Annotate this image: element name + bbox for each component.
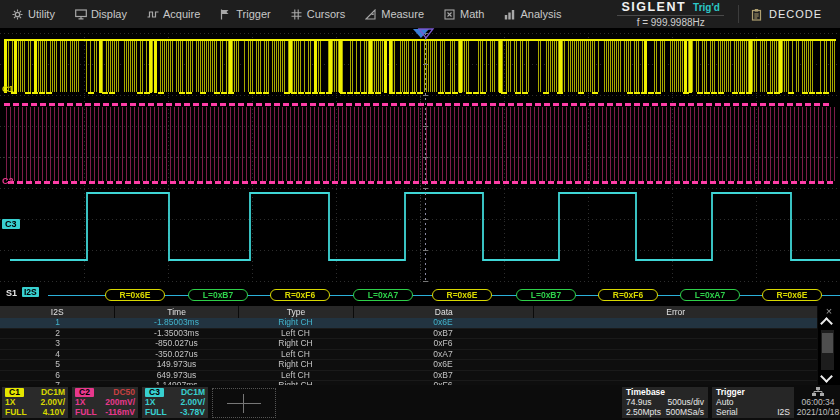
cell-data: 0x6E [353, 360, 533, 371]
flag-icon [220, 9, 231, 20]
memory-depth: 2.50Mpts [626, 407, 661, 417]
clock-panel: 06:00:34 2021/10/18 [798, 387, 838, 418]
column-header-type: Type [239, 306, 354, 318]
cell-type: Right CH [238, 360, 353, 371]
menu-item-label: Analysis [520, 8, 561, 20]
channel-badge: C1 [5, 388, 24, 397]
cell-error [533, 360, 817, 371]
table-side-controls: × [818, 306, 840, 385]
menu-item-acquire[interactable]: Acquire [147, 8, 200, 20]
menu-item-trigger[interactable]: Trigger [220, 8, 270, 20]
scroll-down-icon[interactable] [820, 370, 833, 383]
decode-bubble-right: R=0xF6 [270, 289, 330, 301]
cell-data: 0x6E [353, 318, 533, 329]
column-header-error: Error [534, 306, 818, 318]
scrollbar-thumb[interactable] [822, 333, 833, 353]
scrollbar-track[interactable] [821, 330, 834, 370]
decode-bubble-right: R=0x6E [762, 289, 822, 301]
column-header-time: Time [115, 306, 238, 318]
decode-bubble-right: R=0xF6 [598, 289, 658, 301]
decode-button[interactable]: DECODE [745, 0, 840, 28]
cell-type: Left CH [238, 371, 353, 382]
bottom-status-bar: C1DC1M1X2.00V/FULL4.10VC2DC501X200mV/FUL… [0, 385, 840, 420]
channel-label-c1[interactable]: C1 [2, 84, 14, 94]
decode-bubble-left: L=0xA7 [353, 289, 413, 301]
cell-i2s: 3 [0, 339, 115, 350]
trigger-mode: Auto [716, 397, 734, 407]
menu-item-cursors[interactable]: Cursors [291, 8, 346, 20]
column-header-i2s: I2S [0, 306, 115, 318]
table-row[interactable]: 3-850.027usRight CH0xF6 [0, 339, 818, 350]
close-table-icon[interactable]: × [820, 306, 838, 317]
table-row[interactable]: 6649.973usLeft CH0xB7 [0, 371, 818, 382]
menu-item-display[interactable]: Display [75, 8, 127, 20]
timebase-panel[interactable]: Timebase 74.9us500us/div 2.50Mpts500MSa/… [622, 387, 708, 418]
cursors-icon [291, 9, 302, 20]
channel-panel-c3[interactable]: C3DC1M1X2.00V/FULL-3.78V [142, 387, 208, 418]
channel-panel-c2[interactable]: C2DC501X200mV/FULL-116mV [72, 387, 138, 418]
table-row[interactable]: 2-1.35003msLeft CH0xB7 [0, 329, 818, 340]
top-menu-bar: UtilityDisplayAcquireTriggerCursorsMeasu… [0, 0, 840, 28]
channel-field: 1X [145, 397, 155, 407]
channel-coupling: DC1M [181, 387, 205, 397]
scroll-up-icon[interactable] [820, 317, 833, 330]
measure-icon [365, 9, 376, 20]
clock-time: 06:00:34 [801, 397, 834, 407]
channel-badge: C3 [145, 388, 164, 397]
cell-type: Left CH [238, 329, 353, 340]
cell-i2s: 1 [0, 318, 115, 329]
channel-field: 1X [75, 397, 85, 407]
menu-item-utility[interactable]: Utility [12, 8, 55, 20]
trigger-panel[interactable]: Trigger Auto SerialI2S [712, 387, 794, 418]
channel-field: 4.10V [43, 407, 65, 417]
bus-source-label: S1 [6, 288, 17, 298]
channel-badge: C2 [75, 388, 94, 397]
network-icon [812, 387, 824, 396]
table-row[interactable]: 4-350.027usLeft CH0xA7 [0, 350, 818, 361]
cell-i2s: 5 [0, 360, 115, 371]
gear-icon [12, 9, 23, 20]
timebase-title: Timebase [626, 387, 665, 397]
channel-label-c2[interactable]: C2 [2, 176, 14, 186]
channel-field: 2.00V/ [40, 397, 65, 407]
display-icon [75, 9, 86, 20]
decode-bus-strip: S1 I2S R=0x6EL=0xB7R=0xF6L=0xA7R=0x6EL=0… [0, 283, 840, 306]
cell-data: 0xB7 [353, 371, 533, 382]
analysis-icon [504, 9, 515, 20]
cell-i2s: 4 [0, 350, 115, 361]
channel-panel-c1[interactable]: C1DC1M1X2.00V/FULL4.10V [2, 387, 68, 418]
channel-coupling: DC50 [113, 387, 135, 397]
menu-item-analysis[interactable]: Analysis [504, 8, 561, 20]
trigger-status-badge: Trig'd [693, 2, 720, 13]
column-header-data: Data [354, 306, 534, 318]
main-menu: UtilityDisplayAcquireTriggerCursorsMeasu… [0, 8, 561, 20]
decode-clipboard-icon [751, 8, 762, 21]
trigger-type: Serial [716, 407, 738, 417]
decode-bubble-left: L=0xB7 [188, 289, 248, 301]
decode-bubble-right: R=0x6E [432, 289, 492, 301]
menu-item-label: Measure [381, 8, 424, 20]
menu-item-measure[interactable]: Measure [365, 8, 424, 20]
menu-item-label: Utility [28, 8, 55, 20]
frequency-counter: f = 999.9988Hz [637, 16, 705, 28]
table-row[interactable]: 5149.973usRight CH0x6E [0, 360, 818, 371]
add-channel-box[interactable] [212, 388, 276, 418]
waveform-display [0, 0, 840, 310]
cell-type: Right CH [238, 318, 353, 329]
cell-type: Right CH [238, 339, 353, 350]
acquire-icon [147, 9, 158, 20]
channel-label-c3[interactable]: C3 [2, 219, 20, 229]
cell-error [533, 329, 817, 340]
siglent-logo: SIGLENT [621, 0, 686, 14]
cell-time: -850.027us [115, 339, 238, 350]
channel-field: FULL [145, 407, 167, 417]
channel-field: FULL [75, 407, 97, 417]
table-row[interactable]: 1-1.85003msRight CH0x6E [0, 318, 818, 329]
cell-i2s: 6 [0, 371, 115, 382]
timebase-delay: 74.9us [626, 397, 652, 407]
menu-item-math[interactable]: Math [444, 8, 484, 20]
channel-coupling: DC1M [41, 387, 65, 397]
trigger-title: Trigger [716, 387, 745, 397]
menu-item-label: Acquire [163, 8, 200, 20]
cell-error [533, 339, 817, 350]
